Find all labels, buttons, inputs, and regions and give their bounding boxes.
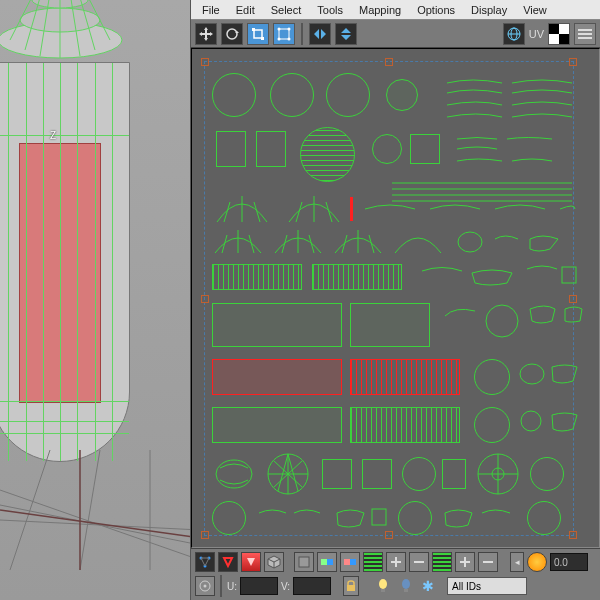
uv-island[interactable]	[362, 459, 392, 489]
minus-icon[interactable]	[409, 552, 429, 572]
uv-island[interactable]	[527, 501, 561, 535]
uv-island[interactable]	[517, 359, 582, 399]
uv-island[interactable]	[452, 131, 582, 171]
uv-island[interactable]	[517, 407, 582, 447]
shrink-icon[interactable]	[340, 552, 360, 572]
uv-island[interactable]	[440, 503, 520, 533]
soft-selection-icon[interactable]	[527, 552, 547, 572]
svg-rect-20	[254, 30, 262, 38]
uv-canvas[interactable]	[191, 48, 600, 548]
scale-tool-icon[interactable]	[247, 23, 269, 45]
uv-island[interactable]	[212, 264, 302, 290]
uv-island-selected[interactable]	[350, 359, 460, 395]
globe-icon[interactable]	[503, 23, 525, 45]
uv-island[interactable]	[284, 194, 344, 224]
grow-icon[interactable]	[317, 552, 337, 572]
mirror-h-icon[interactable]	[309, 23, 331, 45]
uv-island[interactable]	[312, 264, 402, 290]
menu-file[interactable]: File	[195, 2, 227, 18]
uv-island[interactable]	[398, 501, 432, 535]
svg-point-53	[520, 364, 544, 384]
menu-edit[interactable]: Edit	[229, 2, 262, 18]
uv-island[interactable]	[386, 79, 418, 111]
menu-tools[interactable]: Tools	[310, 2, 350, 18]
uv-island[interactable]	[212, 229, 264, 255]
svg-line-13	[0, 520, 190, 530]
id-filter-dropdown[interactable]: All IDs	[447, 577, 527, 595]
move-tool-icon[interactable]	[195, 23, 217, 45]
uv-island[interactable]	[350, 303, 430, 347]
lock-icon[interactable]	[343, 576, 359, 596]
element-mode-icon[interactable]	[264, 552, 284, 572]
menu-options[interactable]: Options	[410, 2, 462, 18]
edge-mode-icon[interactable]	[218, 552, 238, 572]
uv-island[interactable]	[474, 451, 522, 497]
checker-icon[interactable]	[548, 23, 570, 45]
uv-island[interactable]	[322, 459, 352, 489]
uv-island[interactable]	[256, 131, 286, 167]
uv-island[interactable]	[410, 134, 440, 164]
uv-island[interactable]	[402, 457, 436, 491]
uv-island[interactable]	[326, 73, 370, 117]
uv-island[interactable]	[417, 261, 577, 291]
uv-island[interactable]	[212, 501, 246, 535]
freeform-tool-icon[interactable]	[273, 23, 295, 45]
uv-island[interactable]	[254, 503, 324, 533]
svg-point-50	[458, 232, 482, 252]
uv-island[interactable]	[392, 229, 444, 255]
plus-icon[interactable]	[386, 552, 406, 572]
lightbulb-on-icon[interactable]	[373, 576, 393, 596]
svg-point-52	[486, 305, 518, 337]
uv-island[interactable]	[300, 127, 355, 182]
svg-point-81	[379, 579, 387, 589]
uv-island[interactable]	[440, 301, 585, 351]
uv-island-selected[interactable]	[350, 197, 353, 221]
face-mode-icon[interactable]	[241, 552, 261, 572]
uv-island[interactable]	[270, 73, 314, 117]
uv-island[interactable]	[264, 451, 312, 497]
viewport-3d[interactable]: Z	[0, 0, 190, 600]
mirror-v-icon[interactable]	[335, 23, 357, 45]
soft-left-icon[interactable]: ◂	[510, 552, 524, 572]
uv-island[interactable]	[442, 75, 582, 125]
uv-island[interactable]	[332, 503, 392, 533]
uv-island[interactable]	[350, 407, 460, 443]
vertex-mode-icon[interactable]	[195, 552, 215, 572]
pick-icon[interactable]	[195, 576, 215, 596]
lightbulb-off-icon[interactable]	[396, 576, 416, 596]
menu-select[interactable]: Select	[264, 2, 309, 18]
v-spinner[interactable]	[293, 577, 331, 595]
uv-island[interactable]	[212, 407, 342, 443]
menu-icon[interactable]	[574, 23, 596, 45]
uv-island[interactable]	[360, 199, 580, 224]
svg-rect-67	[372, 509, 386, 525]
uv-island[interactable]	[530, 457, 564, 491]
uv-island[interactable]	[474, 407, 510, 443]
uv-island[interactable]	[272, 229, 324, 255]
plus-icon-2[interactable]	[455, 552, 475, 572]
u-spinner[interactable]	[240, 577, 278, 595]
minus-icon-2[interactable]	[478, 552, 498, 572]
uv-island-selected[interactable]	[212, 359, 342, 395]
snowflake-icon[interactable]: ✱	[419, 577, 437, 595]
uv-island[interactable]	[442, 459, 466, 489]
uv-island[interactable]	[474, 359, 510, 395]
axis-label-z: Z	[50, 130, 56, 141]
menu-display[interactable]: Display	[464, 2, 514, 18]
rotate-tool-icon[interactable]	[221, 23, 243, 45]
menu-mapping[interactable]: Mapping	[352, 2, 408, 18]
uv-island[interactable]	[212, 73, 256, 117]
uv-island[interactable]	[372, 134, 402, 164]
menu-view[interactable]: View	[516, 2, 554, 18]
uv-island[interactable]	[212, 303, 342, 347]
uv-island[interactable]	[212, 194, 272, 224]
uv-island[interactable]	[450, 227, 580, 255]
ring-icon[interactable]	[363, 552, 383, 572]
select-by-element-icon[interactable]	[294, 552, 314, 572]
svg-line-14	[10, 450, 50, 570]
uv-island[interactable]	[216, 131, 246, 167]
soft-value-spinner[interactable]: 0.0	[550, 553, 588, 571]
uv-island[interactable]	[332, 229, 384, 255]
loop-icon[interactable]	[432, 552, 452, 572]
uv-island[interactable]	[212, 454, 257, 494]
